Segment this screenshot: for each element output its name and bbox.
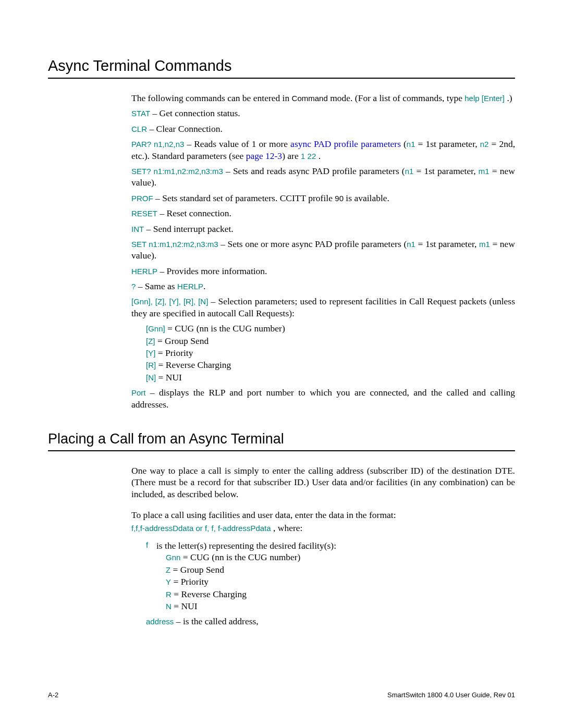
key-r: [R] bbox=[146, 361, 156, 369]
body-column: The following commands can be entered in… bbox=[131, 92, 515, 410]
list-item: Z = Group Send bbox=[166, 564, 336, 575]
definition-address: address – is the called address, bbox=[146, 615, 515, 627]
heading-placing-call: Placing a Call from an Async Terminal bbox=[48, 431, 515, 447]
text: is available. bbox=[344, 193, 389, 203]
text: is the letter(s) representing the desire… bbox=[156, 540, 336, 551]
text: = Group Send bbox=[155, 336, 209, 346]
cmd-port: Port bbox=[131, 388, 146, 397]
param-n1: n1 bbox=[405, 167, 414, 176]
cmd-set-line: SET n1:m1,n2:m2,n3:m3 – Sets one or more… bbox=[131, 238, 515, 262]
text: – Sets one or more async PAD profile par… bbox=[218, 239, 407, 249]
definition-list: f is the letter(s) representing the desi… bbox=[146, 540, 515, 627]
cmd-clr-line: CLR – Clear Connection. bbox=[131, 123, 515, 134]
text-90: 90 bbox=[335, 194, 344, 203]
body-column: One way to place a call is simply to ent… bbox=[131, 465, 515, 627]
footer-doc-title: SmartSwitch 1800 4.0 User Guide, Rev 01 bbox=[387, 691, 515, 699]
cmd-port-line: Port – displays the RLP and port number … bbox=[131, 387, 515, 410]
text: = Reverse Charging bbox=[172, 589, 247, 599]
list-item: [Gnn] = CUG (nn is the CUG number) bbox=[146, 323, 515, 334]
text: .) bbox=[505, 93, 512, 103]
cmd-question-line: ? – Same as HERLP. bbox=[131, 280, 515, 292]
paragraph: To place a call using facilities and use… bbox=[131, 509, 515, 521]
list-item: [Z] = Group Send bbox=[146, 335, 515, 347]
heading-async-terminal-commands: Async Terminal Commands bbox=[48, 57, 515, 75]
text: – Send interrupt packet. bbox=[144, 224, 234, 234]
text: = NUI bbox=[156, 372, 182, 382]
text: = CUG (nn is the CUG number) bbox=[165, 323, 285, 334]
cmd-prof-line: PROF – Sets standard set of parameters. … bbox=[131, 192, 515, 204]
text: = CUG (nn is the CUG number) bbox=[180, 552, 300, 562]
key-y: Y bbox=[166, 577, 171, 586]
text: – Get connection status. bbox=[150, 108, 240, 118]
text: – Sets standard set of parameters. CCITT… bbox=[153, 193, 335, 203]
link-async-pad-profile-parameters[interactable]: async PAD profile parameters bbox=[290, 139, 401, 149]
text: . bbox=[203, 281, 205, 291]
text: . bbox=[316, 151, 321, 161]
heading-rule bbox=[48, 78, 515, 79]
key-y: [Y] bbox=[146, 349, 155, 357]
text: mode. (For a list of commands, type bbox=[328, 93, 464, 103]
cmd-int-line: INT – Send interrupt packet. bbox=[131, 223, 515, 235]
cmd-selection-params: [Gnn], [Z], [Y], [R], [N] bbox=[131, 297, 208, 306]
cmd-int: INT bbox=[131, 225, 144, 233]
cmd-help-enter: help [Enter] bbox=[464, 94, 505, 103]
cmd-par: PAR? n1,n2,n3 bbox=[131, 140, 184, 149]
text: The following commands can be entered in bbox=[131, 93, 292, 103]
intro-paragraph: The following commands can be entered in… bbox=[131, 92, 515, 104]
text: – Provides more information. bbox=[157, 266, 267, 276]
format-line: f,f,f-addressDdata or f, f, f-addressPda… bbox=[131, 522, 515, 534]
text: = Reverse Charging bbox=[156, 360, 231, 370]
key-z: [Z] bbox=[146, 337, 155, 346]
format-string: f,f,f-addressDdata or f, f, f-addressPda… bbox=[131, 524, 271, 533]
cmd-herlp-line: HERLP – Provides more information. bbox=[131, 265, 515, 277]
cmd-reset: RESET bbox=[131, 209, 157, 218]
cmd-reset-line: RESET – Reset connection. bbox=[131, 207, 515, 219]
text: , where: bbox=[271, 523, 303, 533]
text: = Group Send bbox=[170, 564, 224, 575]
text: – Reset connection. bbox=[157, 208, 231, 218]
text: = 1st parameter, bbox=[415, 139, 480, 149]
def-body: is the letter(s) representing the desire… bbox=[156, 540, 336, 612]
list-item: Gnn = CUG (nn is the CUG number) bbox=[166, 551, 336, 563]
link-page-12-3[interactable]: page 12-3 bbox=[246, 151, 283, 161]
text: – Same as bbox=[136, 281, 177, 291]
key-n: [N] bbox=[146, 373, 156, 382]
cmd-setq: SET? n1:m1,n2:m2,n3:m3 bbox=[131, 167, 223, 176]
cmd-par-line: PAR? n1,n2,n3 – Reads value of 1 or more… bbox=[131, 138, 515, 162]
cmd-set: SET n1:m1,n2:m2,n3:m3 bbox=[131, 240, 218, 249]
definition-f: f is the letter(s) representing the desi… bbox=[146, 540, 515, 612]
cmd-herlp: HERLP bbox=[131, 267, 157, 276]
text-command-mode: Command bbox=[292, 94, 328, 103]
cmd-stat: STAT bbox=[131, 109, 150, 118]
list-item: N = NUI bbox=[166, 600, 336, 612]
text: – Clear Connection. bbox=[147, 124, 223, 134]
param-m1: m1 bbox=[479, 167, 489, 176]
selection-list: [Gnn] = CUG (nn is the CUG number) [Z] =… bbox=[146, 323, 515, 383]
cmd-clr: CLR bbox=[131, 125, 147, 133]
section-placing-call: Placing a Call from an Async Terminal On… bbox=[48, 431, 515, 627]
text: = 1st parameter, bbox=[413, 166, 478, 176]
text: ) are bbox=[282, 151, 301, 161]
key-n: N bbox=[166, 602, 172, 611]
text: = NUI bbox=[172, 601, 198, 611]
text: – Sets and reads async PAD profile param… bbox=[223, 166, 405, 176]
text: = 1st parameter, bbox=[415, 239, 479, 249]
text: – is the called address, bbox=[174, 616, 258, 626]
param-n2: n2 bbox=[480, 140, 489, 149]
paragraph: One way to place a call is simply to ent… bbox=[131, 465, 515, 500]
text: – Reads value of 1 or more bbox=[184, 139, 290, 149]
footer-page-number: A-2 bbox=[48, 691, 58, 699]
param-n1: n1 bbox=[407, 240, 415, 249]
page-footer: A-2 SmartSwitch 1800 4.0 User Guide, Rev… bbox=[48, 691, 515, 699]
key-gnn: Gnn bbox=[166, 553, 180, 562]
list-item: R = Reverse Charging bbox=[166, 588, 336, 600]
param-m1: m1 bbox=[479, 240, 490, 249]
text: – displays the RLP and port number to wh… bbox=[131, 387, 515, 409]
text: = Priority bbox=[155, 348, 193, 358]
cmd-herlp-ref: HERLP bbox=[177, 282, 203, 291]
cmd-stat-line: STAT – Get connection status. bbox=[131, 107, 515, 119]
list-item: [N] = NUI bbox=[146, 372, 515, 383]
facility-list: Gnn = CUG (nn is the CUG number) Z = Gro… bbox=[166, 551, 336, 612]
cmd-selection-line: [Gnn], [Z], [Y], [R], [N] – Selection pa… bbox=[131, 295, 515, 319]
key-z: Z bbox=[166, 565, 170, 574]
